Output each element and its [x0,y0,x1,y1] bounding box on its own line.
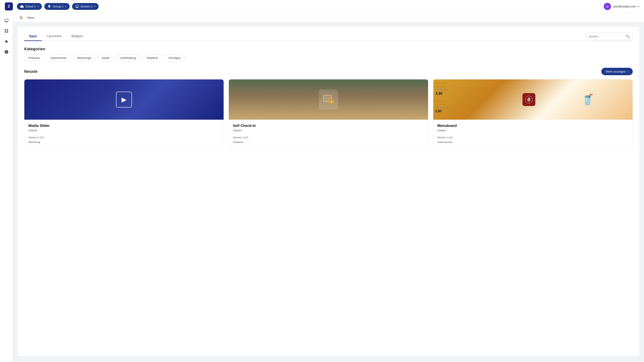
user-email: user@zaeper.com [613,5,636,8]
sidebar-item-star[interactable] [2,37,11,46]
group-label: Group 1 [53,5,64,8]
category-gastronomie[interactable]: Gastronomie [46,54,71,61]
cloud-chevron: ▾ [38,5,39,8]
app-card-menuboard[interactable]: Iced Coffee Milkshake Unit Price 0.33l 3… [433,79,633,149]
menu-text-sunday: Sunday [435,99,448,103]
category-spiele[interactable]: Spiele [98,54,114,61]
neuste-section: Neuste Mehr anzeigen › ▶ Media Sli [24,68,633,149]
card-image-self-checkin [229,79,428,120]
logo: Z [5,2,13,10]
categories-list: Finanzen Gastronomie Werkzeuge Spiele Un… [24,54,633,61]
cloud-label: Cloud 1 [25,5,36,8]
screen-chevron: ▾ [94,5,96,8]
card-info-menuboard: Menuboard Zaeper Version 1.0.0Gastronomi… [433,120,632,149]
tab-launchers[interactable]: Launchers [42,32,66,41]
menu-plate [522,93,535,106]
kategorien-section: Kategorien Finanzen Gastronomie Werkzeug… [24,47,633,61]
neuste-title: Neuste [24,69,38,74]
sidebar-item-info[interactable] [2,47,11,56]
menu-unit-price1: Unit Price 0.33l [435,88,448,91]
mehr-chevron: › [627,70,628,73]
sidebar [0,13,13,362]
group-selector[interactable]: Group 1 ▾ [44,3,70,10]
card-image-media-slider: ▶ [24,79,224,120]
kategorien-title: Kategorien [24,47,633,51]
card-meta-menuboard: Version 1.0.0Gastronomie [437,135,628,145]
category-werkzeuge[interactable]: Werkzeuge [73,54,96,61]
breadcrumb: 🏠 › Store [13,13,644,22]
search-input[interactable] [589,35,624,38]
search-box: 🔍 [586,32,633,40]
card-info-self-checkin: Self Check-In Zaeper Version 1.0.0Hotele… [229,120,428,149]
card-maker-menuboard: Zaeper [437,129,628,132]
group-chevron: ▾ [65,5,66,8]
user-chevron: ▾ [638,5,639,8]
card-name-media-slider: Media Slider [28,124,220,128]
menu-price1: 3,90 [435,91,448,96]
play-icon: ▶ [122,96,126,103]
content-area: Apps Launchers Widgets 🔍 Kategorien Fina… [18,26,639,356]
sidebar-item-grid[interactable] [2,26,11,35]
sidebar-item-monitor[interactable] [2,16,11,25]
top-nav: Z Cloud 1 ▾ Group 1 ▾ Screen 1 ▾ U user@… [0,0,644,13]
card-meta-self-checkin: Version 1.0.0Hotelerie [233,135,424,145]
app-card-self-checkin[interactable]: Self Check-In Zaeper Version 1.0.0Hotele… [228,79,428,149]
tabs-row: Apps Launchers Widgets 🔍 [24,32,633,41]
card-image-menuboard: Iced Coffee Milkshake Unit Price 0.33l 3… [433,79,632,120]
user-menu[interactable]: U user@zaeper.com ▾ [604,3,639,10]
card-info-media-slider: Media Slider Zaeper Version 1.0.0Werkzeu… [24,120,224,149]
menu-text-iced: Iced Coffee [435,81,448,85]
user-avatar: U [604,3,611,10]
card-name-self-checkin: Self Check-In [233,124,424,128]
search-icon: 🔍 [626,34,630,38]
breadcrumb-separator: › [25,16,26,19]
menu-unit-price2: Unit Price 0.25l [435,106,448,109]
menu-text-milkshake: Milkshake [435,85,448,88]
breadcrumb-store: Store [27,16,34,19]
menu-text-icecream: Ice cream [435,103,448,106]
category-unterhaltung[interactable]: Unterhaltung [116,54,140,61]
menu-background: Iced Coffee Milkshake Unit Price 0.33l 3… [433,79,632,120]
neuste-header: Neuste Mehr anzeigen › [24,68,633,75]
screen-label: Screen 1 [80,5,92,8]
screen-selector[interactable]: Screen 1 ▾ [72,3,98,10]
category-finanzen[interactable]: Finanzen [24,54,44,61]
main-content: 🏠 › Store Apps Launchers Widgets 🔍 Kateg… [13,13,644,362]
card-maker-self-checkin: Zaeper [233,129,424,132]
card-maker-media-slider: Zaeper [28,129,220,132]
card-meta-media-slider: Version 1.0.0Werkzeug [28,135,220,145]
card-name-menuboard: Menuboard [437,124,628,128]
mehr-anzeigen-button[interactable]: Mehr anzeigen › [601,68,633,75]
app-cards-grid: ▶ Media Slider Zaeper Version 1.0.0Werkz… [24,79,633,149]
category-hotelerie[interactable]: Hotelerie [142,54,162,61]
breadcrumb-home[interactable]: 🏠 [19,16,23,19]
tab-widgets[interactable]: Widgets [66,32,88,41]
menu-price2: 2,90 [435,109,448,114]
tab-apps[interactable]: Apps [24,32,42,41]
category-sonstiges[interactable]: Sonstiges [164,54,185,61]
cloud-selector[interactable]: Cloud 1 ▾ [17,3,42,10]
play-icon-container: ▶ [116,91,132,108]
drink-emoji: 🥤 [543,79,633,120]
app-card-media-slider[interactable]: ▶ Media Slider Zaeper Version 1.0.0Werkz… [24,79,224,149]
checkin-icon [319,89,338,110]
